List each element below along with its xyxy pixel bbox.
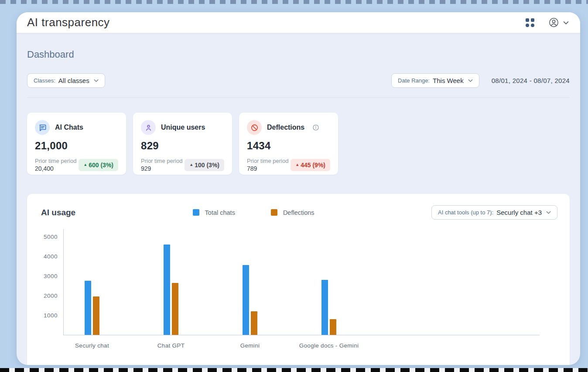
- chart-header: AI usage Total chats Deflections AI chat…: [27, 205, 570, 220]
- ai-usage-chart-card: AI usage Total chats Deflections AI chat…: [27, 194, 570, 365]
- stat-card-value: 1434: [247, 140, 330, 152]
- prior-period-value: 789: [247, 165, 288, 172]
- change-text: 100 (3%): [195, 162, 219, 169]
- change-badge: ▲600 (3%): [79, 159, 118, 171]
- app-header: AI transparency: [17, 12, 580, 33]
- filters-row: Classes: All classes Date Range: This We…: [27, 73, 570, 88]
- bar-deflections: [251, 311, 257, 335]
- y-axis-tick-label: 3000: [44, 273, 58, 279]
- info-icon[interactable]: [312, 124, 319, 131]
- user-icon: [141, 120, 156, 135]
- stat-card-ai-chats: AI Chats 21,000 Prior time period 20,400…: [27, 113, 126, 175]
- decorative-top-edge: [0, 0, 588, 4]
- stat-card-value: 829: [141, 140, 224, 152]
- ai-chat-tools-label: AI chat tools (up to 7):: [438, 209, 493, 216]
- date-range-text: 08/01, 2024 - 08/07, 2024: [492, 77, 570, 84]
- bar-total-chats: [85, 281, 91, 335]
- stat-card-title: Unique users: [161, 124, 205, 131]
- apps-grid-icon[interactable]: [526, 18, 534, 27]
- date-range-dropdown[interactable]: Date Range: This Week: [391, 73, 479, 88]
- section-divider: [27, 97, 570, 98]
- prior-period-value: 20,400: [35, 165, 76, 172]
- date-range-dropdown-value: This Week: [433, 77, 464, 84]
- up-arrow-icon: ▲: [295, 163, 299, 167]
- y-axis-tick-label: 4000: [44, 253, 58, 260]
- x-axis-category-label: Google docs - Gemini: [299, 342, 359, 349]
- page-title: Dashboard: [27, 49, 570, 60]
- change-badge: ▲445 (9%): [291, 159, 330, 171]
- stat-card-unique-users: Unique users 829 Prior time period 929 ▲…: [133, 113, 232, 175]
- legend-label: Deflections: [283, 209, 315, 216]
- dashboard-content: Dashboard Classes: All classes Date Rang…: [17, 33, 580, 365]
- bar-chart-plot: 10002000300040005000Securly chatChat GPT…: [63, 229, 540, 335]
- bar-deflections: [93, 296, 99, 335]
- y-axis-tick-label: 2000: [44, 293, 58, 299]
- legend-label: Total chats: [205, 209, 235, 216]
- change-text: 445 (9%): [301, 162, 325, 169]
- stat-card-title: AI Chats: [55, 124, 83, 131]
- bar-total-chats: [243, 265, 249, 335]
- classes-dropdown[interactable]: Classes: All classes: [27, 73, 105, 88]
- bar-group: [321, 280, 336, 335]
- chevron-down-icon[interactable]: [563, 21, 569, 24]
- chat-icon: [35, 120, 50, 135]
- y-axis-tick-label: 1000: [44, 312, 58, 319]
- chevron-down-icon: [468, 79, 473, 82]
- app-window: AI transparency Dashboard: [17, 12, 580, 365]
- stat-cards-row: AI Chats 21,000 Prior time period 20,400…: [27, 113, 570, 175]
- x-axis-category-label: Securly chat: [75, 342, 109, 349]
- app-title: AI transparency: [27, 16, 110, 29]
- x-axis-category-label: Gemini: [240, 342, 260, 349]
- chevron-down-icon: [546, 211, 551, 214]
- prior-period-label: Prior time period: [141, 158, 182, 164]
- ai-chat-tools-dropdown[interactable]: AI chat tools (up to 7): Securly chat +3: [431, 205, 557, 220]
- date-range-dropdown-label: Date Range:: [398, 77, 430, 84]
- prior-period-label: Prior time period: [35, 158, 76, 164]
- chart-title: AI usage: [41, 208, 75, 217]
- bar-deflections: [172, 283, 178, 335]
- prior-period-label: Prior time period: [247, 158, 288, 164]
- stat-card-deflections: Deflections 1434 Prior time period 789: [239, 113, 338, 175]
- classes-dropdown-value: All classes: [58, 77, 89, 84]
- legend-item-deflections: Deflections: [271, 209, 315, 216]
- legend-swatch-deflections: [271, 209, 277, 216]
- bar-total-chats: [321, 280, 328, 335]
- decorative-bottom-edge: [0, 368, 588, 372]
- y-axis-tick-label: 5000: [44, 234, 58, 240]
- bar-group: [243, 265, 257, 335]
- bar-total-chats: [164, 245, 170, 335]
- legend-item-total-chats: Total chats: [193, 209, 235, 216]
- up-arrow-icon: ▲: [189, 163, 193, 167]
- bar-group: [85, 281, 99, 335]
- stat-card-title: Deflections: [267, 124, 304, 131]
- chart-legend: Total chats Deflections: [75, 209, 431, 216]
- chevron-down-icon: [94, 79, 99, 82]
- x-axis-category-label: Chat GPT: [157, 342, 185, 349]
- classes-dropdown-label: Classes:: [34, 77, 55, 84]
- prior-period-value: 929: [141, 165, 182, 172]
- prohibition-icon: [247, 120, 262, 135]
- stat-card-value: 21,000: [35, 140, 118, 152]
- bar-group: [164, 245, 178, 335]
- legend-swatch-total-chats: [193, 209, 199, 216]
- change-badge: ▲100 (3%): [185, 159, 224, 171]
- bar-deflections: [330, 319, 336, 335]
- ai-chat-tools-value: Securly chat +3: [496, 209, 542, 216]
- account-menu[interactable]: [548, 17, 569, 28]
- change-text: 600 (3%): [89, 162, 113, 169]
- up-arrow-icon: ▲: [83, 163, 87, 167]
- user-avatar-icon[interactable]: [548, 17, 559, 28]
